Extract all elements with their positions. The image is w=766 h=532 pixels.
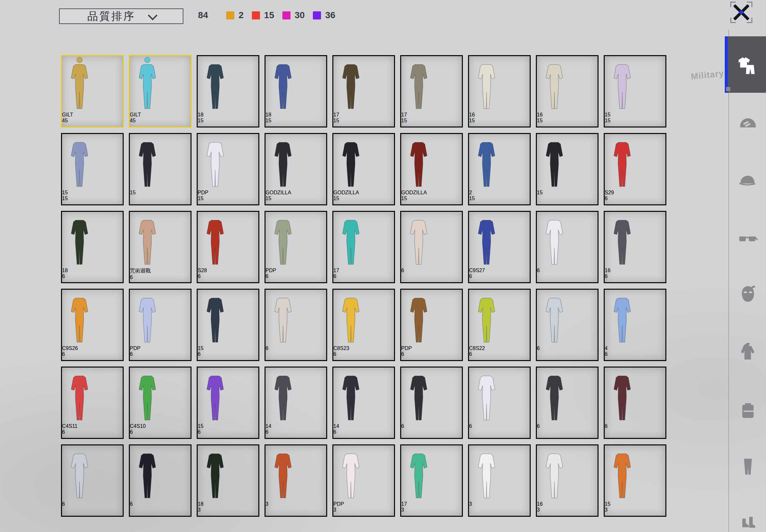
item-card[interactable]: 1715 [332,55,395,127]
item-card[interactable]: C4S106 [129,367,191,439]
outfit-figure [469,368,504,422]
sidebar-tab-helmet[interactable] [737,112,758,133]
item-card[interactable]: 6 [400,367,463,439]
item-card[interactable]: 1615 [536,55,599,127]
item-card[interactable]: 1515 [61,133,124,205]
item-card[interactable]: 6 [536,367,599,439]
item-card[interactable]: 46 [604,289,666,361]
sidebar-tab-backpack[interactable] [737,399,758,420]
item-card[interactable]: 6 [536,211,599,283]
level-badge-value: 18 [198,112,258,118]
outfit-figure [333,56,368,111]
item-card[interactable]: GODZILLA15 [332,133,395,205]
sidebar-tab-outfit-selected[interactable] [725,36,766,93]
item-card[interactable]: GODZILLA15 [400,133,463,205]
sidebar-tab-pants[interactable] [737,456,758,477]
price-value: 3 [401,507,404,513]
outfit-figure [333,290,368,344]
item-card[interactable]: 1715 [400,55,463,127]
price-value: 6 [333,273,336,279]
item-price: 6 [62,273,123,279]
item-price: 6 [537,268,598,273]
item-card[interactable]: 166 [604,211,666,283]
item-card[interactable]: GILT45 [129,55,191,127]
outfit-figure [130,56,165,111]
outfit-figure [62,290,97,344]
level-badge: 18 [198,112,258,118]
price-value: 6 [265,429,268,435]
sidebar-tab-cap[interactable] [737,169,758,191]
item-card[interactable]: 146 [264,367,327,439]
item-card[interactable]: C8S236 [332,289,395,361]
item-card[interactable]: C4S116 [61,367,124,439]
item-card[interactable]: 3 [264,444,327,517]
pink-rarity-swatch [282,11,290,19]
item-card[interactable]: S286 [197,211,259,283]
item-card[interactable]: 15 [129,133,191,205]
item-card[interactable]: 6 [468,367,531,439]
sidebar-tab-jacket[interactable] [737,341,758,362]
item-card[interactable]: PDP3 [332,444,395,517]
item-card[interactable]: C9S266 [61,289,124,361]
item-card[interactable]: 6 [536,289,599,361]
outfit-figure [469,290,504,344]
sidebar-tab-shoes[interactable] [737,511,758,532]
season-tag-text: C9S27 [469,268,485,273]
item-price: 6 [401,351,462,357]
pop-logo-text: PDP [130,345,140,351]
item-card[interactable]: 186 [61,211,124,283]
item-card[interactable]: 153 [604,444,666,517]
item-card[interactable]: PDP15 [197,133,259,205]
outfit-figure [198,212,233,266]
item-card[interactable]: C8S226 [468,289,531,361]
item-card[interactable]: GODZILLA15 [264,133,327,205]
item-price: 3 [401,507,462,513]
purple-rarity-swatch [313,11,321,19]
item-card[interactable]: 3 [468,444,531,517]
price-value: 6 [537,345,540,351]
item-card[interactable]: 6 [400,211,463,283]
price-value: 6 [605,351,608,357]
outfit-figure [605,290,640,344]
pop-logo: PDP [130,345,190,351]
outfit-figure [537,290,572,344]
item-card[interactable]: 156 [197,289,259,361]
price-value: 15 [605,118,611,123]
item-card[interactable]: 215 [468,133,531,205]
item-card[interactable]: 163 [536,444,599,517]
item-card[interactable]: 156 [197,367,259,439]
item-card[interactable]: 176 [332,211,395,283]
item-card[interactable]: C9S276 [468,211,531,283]
sidebar-tab-glasses[interactable] [737,227,758,248]
quality-sort-dropdown[interactable]: 品質排序 [59,8,183,24]
item-card[interactable]: 173 [400,444,463,517]
level-badge: 18 [198,501,258,507]
item-card[interactable]: PDP6 [264,211,327,283]
item-card[interactable]: PDP6 [129,289,191,361]
close-button[interactable] [730,2,752,23]
sidebar-tab-mask[interactable] [737,283,758,304]
item-card[interactable]: 1515 [604,55,666,127]
item-card[interactable]: 146 [332,367,395,439]
outfit-figure [469,134,504,188]
level-badge-value: 18 [265,112,326,118]
item-card[interactable]: PDP6 [400,289,463,361]
item-card[interactable]: 6 [604,367,666,439]
outfit-figure [333,445,368,500]
season-tag-text: C8S23 [333,345,349,351]
item-card[interactable]: GILT45 [61,55,124,127]
item-price: 6 [333,429,394,435]
item-card[interactable]: 1815 [197,55,259,127]
item-card[interactable]: 1815 [264,55,327,127]
item-card[interactable]: 6 [129,444,191,517]
item-card[interactable]: S296 [604,133,666,205]
item-price: 6 [469,423,530,429]
item-card[interactable]: 咒術迴戰6 [129,211,191,283]
item-card[interactable]: 6 [61,444,124,517]
price-value: 15 [265,118,271,123]
item-card[interactable]: 183 [197,444,259,517]
season-tag-text: C4S11 [62,423,78,429]
item-card[interactable]: 15 [536,133,599,205]
item-card[interactable]: 1615 [468,55,531,127]
item-card[interactable]: 6 [264,289,327,361]
